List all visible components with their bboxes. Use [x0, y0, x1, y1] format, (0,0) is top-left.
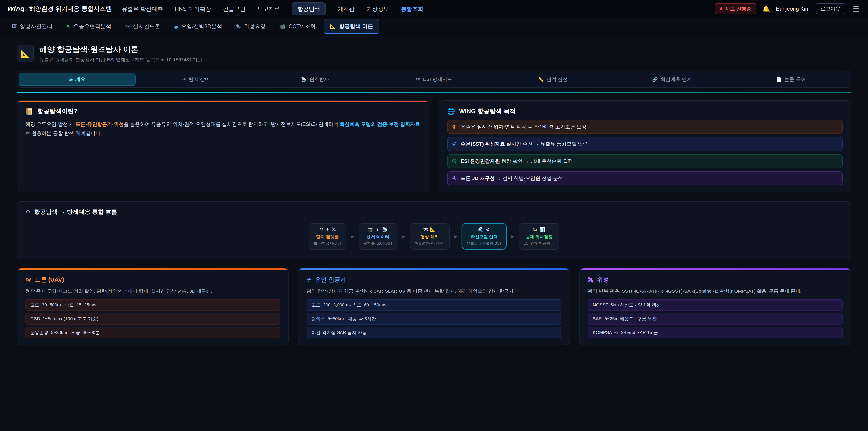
purpose-card-title: WING 항공탐색 목적 — [459, 107, 516, 115]
spec-row: 탐색폭: 5~50km · 체공: 4~8시간 — [307, 313, 561, 325]
aircraft-icon: ✈ — [182, 76, 186, 82]
nav-emergency-rescue[interactable]: 긴급구난 — [223, 5, 246, 13]
flow-step-diffusion-model-input: 🌊 ⚙ 확산모델 입력 유출위치·유출량·SST — [462, 223, 506, 249]
tab-overview[interactable]: ◉ 개요 — [19, 73, 135, 86]
subtab-realtime-drone[interactable]: 🛩 실시간드론 — [119, 20, 165, 33]
flow-step-title: 영상 처리 — [414, 234, 445, 240]
notebook-icon: 📔 — [25, 107, 33, 115]
tab-label: 논문·특허 — [784, 76, 806, 83]
subtab-pollution-ship-3d[interactable]: ◉ 오염/선박3D분석 — [168, 20, 228, 33]
tab-label: 원격탐사 — [309, 76, 329, 83]
page-subtitle: 유출유 원격탐지·항공감시 기법·ESI 방제정보지도·등록특허 10-1567… — [39, 57, 202, 63]
subtab-aerial-search-theory[interactable]: 📐 항공탐색 이론 — [324, 19, 379, 34]
tab-label: 면적 산정 — [547, 76, 568, 83]
document-icon: 📄 — [776, 76, 782, 82]
flow-step-title: 확산모델 입력 — [467, 234, 502, 240]
tab-detection-equipment[interactable]: ✈ 탐지 장비 — [137, 73, 254, 86]
notifications-bell-icon[interactable]: 🔔 — [762, 5, 770, 13]
tab-papers-patents[interactable]: 📄 논문·특허 — [733, 73, 849, 86]
platform-card-description: 광역·반복 관측. SST(NOAA AVHRR·NGSST)·SAR(Sent… — [588, 287, 843, 295]
flow-step-title: 센서 데이터 — [364, 234, 393, 240]
incident-status-badge[interactable]: 사고 진행중 — [715, 3, 756, 14]
topbar-right: 사고 진행중 🔔 Eunjeong Kim 로그아웃 — [715, 3, 861, 14]
aircraft-card-title-row: ✈ 유인 항공기 — [307, 276, 561, 284]
spec-row: 야간·악기상 SAR 탐지 가능 — [307, 327, 561, 338]
flow-step-title: 방제 의사결정 — [524, 234, 555, 240]
purpose-item-text: 드론 3D 재구성 → 선박 식별·오염원 정밀 분석 — [461, 175, 563, 182]
sensor-icons: 📷 🌡 📡 — [364, 227, 393, 232]
circled-number-icon: ③ — [452, 158, 457, 164]
purpose-item-esi: ③ ESI 환경민감자원 현장 확인 → 방제 우선순위 결정 — [447, 154, 843, 168]
subtab-cctv-view[interactable]: 📹 CCTV 조회 — [274, 20, 321, 33]
nav-hns-atmospheric[interactable]: HNS·대기확산 — [175, 5, 211, 13]
platform-card-description: 현장 즉시 투입·저고도 정밀 촬영. 광학·적외선 카메라 탑재, 실시간 영… — [25, 287, 280, 295]
sub-nav: 🖼 영상사진관리 ❋ 유출유면적분석 🛩 실시간드론 ◉ 오염/선박3D분석 🛰… — [0, 18, 868, 35]
flow-arrow-icon: ▶ — [351, 234, 354, 239]
flow-arrow-icon: ▶ — [402, 234, 405, 239]
platform-card-title: 드론 (UAV) — [35, 276, 64, 284]
tab-label: 개요 — [75, 76, 86, 83]
subtab-satellite-request[interactable]: 🛰 위성요청 — [230, 20, 271, 33]
tab-esi-map[interactable]: 🗺 ESI 방제지도 — [375, 73, 493, 86]
ruler-icon: 📏 — [538, 76, 544, 82]
intro-highlight-model-input: 확산예측 모델의 검증·보정 입력자료 — [340, 121, 420, 127]
status-dot-icon — [720, 7, 722, 10]
purpose-card-header: 🌐 WING 항공탐색 목적 — [447, 107, 843, 115]
map-icon: 🗺 — [416, 77, 420, 82]
drone-card-title-row: 🛩 드론 (UAV) — [25, 276, 280, 284]
nav-integrated-search[interactable]: 통합조회 — [401, 5, 423, 13]
intro-text-segment: 해양 유류오염 발생 시 — [25, 121, 75, 127]
intro-card-accent — [17, 101, 429, 102]
platform-card-manned-aircraft: ✈ 유인 항공기 광역 탐색·장시간 체공. 광학·IR·SAR·SLAR·UV… — [298, 268, 570, 345]
nav-aerial-search[interactable]: 항공탐색 — [291, 2, 326, 16]
purpose-item-sst: ② 수온(SST) 위성자료 실시간 수신 → 유출유 풍화모델 입력 — [447, 137, 843, 151]
spec-row: 고도: 300~3,000m · 속도: 60~150m/s — [307, 299, 561, 311]
subtab-image-photo-management[interactable]: 🖼 영상사진관리 — [6, 20, 58, 33]
brand[interactable]: Wing 해양환경 위기대응 통합시스템 — [7, 5, 112, 13]
wing-logo: Wing — [7, 5, 25, 13]
flow-arrow-icon: ▶ — [511, 234, 514, 239]
app-title: 해양환경 위기대응 통합시스템 — [29, 5, 112, 13]
subtab-label: 위성요청 — [244, 23, 266, 30]
nav-oil-spill-prediction[interactable]: 유출유 확산예측 — [122, 5, 163, 13]
menu-icon[interactable] — [851, 5, 861, 13]
app-root: Wing 해양환경 위기대응 통합시스템 유출유 확산예측 HNS·대기확산 긴… — [0, 0, 868, 345]
intro-text-segment: 로 활용하는 통합 탐색 체계입니다. — [25, 130, 102, 136]
nav-board[interactable]: 게시판 — [338, 5, 355, 13]
section-accent-divider — [17, 92, 851, 93]
tab-prediction-link[interactable]: 🔗 확산예측 연계 — [613, 73, 730, 86]
spec-list: 고도: 30~500m · 속도: 15~25m/s GSD: 1~5cm/px… — [25, 299, 280, 338]
globe-icon: 🌐 — [447, 107, 455, 115]
flow-diagram: 🛩 ✈ 🛰 탐지 플랫폼 드론·항공기·위성 ▶ 📷 🌡 📡 센서 데이터 광학… — [25, 223, 843, 249]
satellite-icon: 🛰 — [236, 24, 241, 29]
page-header-ruler-icon: 📐 — [17, 45, 34, 62]
flow-step-subtitle: 드론·항공기·위성 — [313, 241, 341, 246]
purpose-item-text: 유출유 실시간 위치·면적 파악 → 확산예측 초기조건 보정 — [461, 123, 586, 130]
purpose-item-drone-3d: ④ 드론 3D 재구성 → 선박 식별·오염원 정밀 분석 — [447, 171, 843, 185]
nav-reports[interactable]: 보고자료 — [257, 5, 280, 13]
antenna-icon: 📡 — [301, 76, 307, 82]
subtab-label: 유출유면적분석 — [73, 23, 111, 30]
nav-weather-info[interactable]: 기상정보 — [366, 5, 389, 13]
subtab-label: 항공탐색 이론 — [339, 23, 373, 30]
spec-row: 운용반경: 5~30km · 체공: 30~90분 — [25, 327, 280, 338]
spec-row: GSD: 1~5cm/px (100m 고도 기준) — [25, 313, 280, 325]
platform-cards-row: 🛩 드론 (UAV) 현장 즉시 투입·저고도 정밀 촬영. 광학·적외선 카메… — [17, 268, 851, 345]
logout-button[interactable]: 로그아웃 — [815, 3, 845, 14]
tab-area-calculation[interactable]: 📏 면적 산정 — [494, 73, 612, 86]
tab-label: ESI 방제지도 — [423, 76, 452, 83]
intro-card-title: 항공탐색이란? — [37, 107, 78, 115]
drone-icon: 🛩 — [125, 24, 130, 29]
processing-icons: 🗺 📐 — [414, 227, 445, 232]
subtab-label: 영상사진관리 — [20, 23, 53, 30]
tab-remote-sensing[interactable]: 📡 원격탐사 — [256, 73, 374, 86]
main-content: 📐 해양 항공탐색·원격탐사 이론 유출유 원격탐지·항공감시 기법·ESI 방… — [0, 35, 868, 345]
spec-row: NGSST: 5km 해상도 · 일 1회 갱신 — [588, 299, 843, 311]
subtab-label: 오염/선박3D분석 — [181, 23, 222, 30]
tab-label: 탐지 장비 — [189, 76, 210, 83]
purpose-item-text: ESI 환경민감자원 현장 확인 → 방제 우선순위 결정 — [461, 158, 573, 164]
intro-purpose-row: 📔 항공탐색이란? 해양 유류오염 발생 시 드론·유인항공기·위성을 활용하여… — [17, 100, 851, 192]
satellite-card-accent — [580, 269, 851, 270]
subtab-oil-area-analysis[interactable]: ❋ 유출유면적분석 — [61, 20, 117, 33]
platform-card-description: 광역 탐색·장시간 체공. 광학·IR·SAR·SLAR·UV 등 다종 센서 … — [307, 287, 561, 295]
